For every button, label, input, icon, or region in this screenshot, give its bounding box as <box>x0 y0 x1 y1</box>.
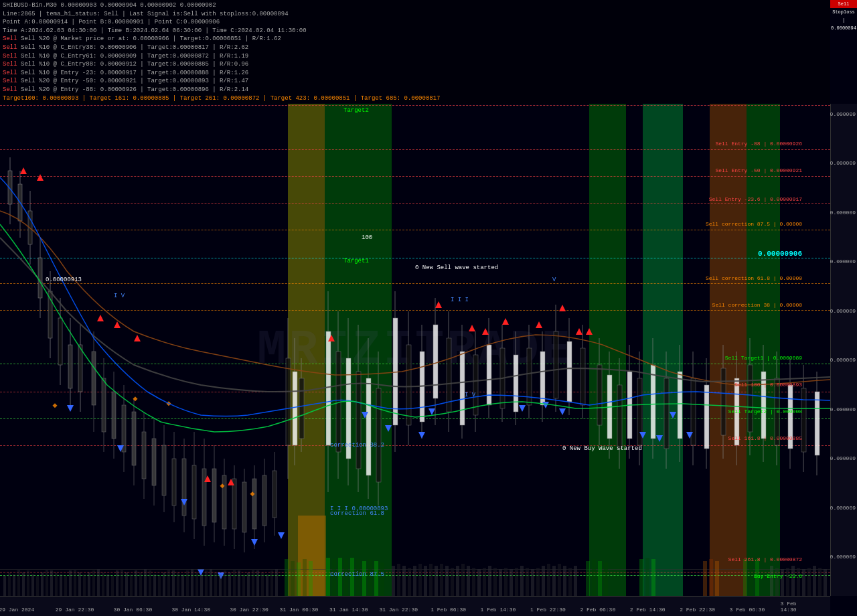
header-line-11: Sell Sell %20 @ Entry -88: 0.00000926 | … <box>3 86 828 94</box>
header-line-9: Sell Sell %10 @ Entry -23: 0.00000917 | … <box>3 69 828 78</box>
time-label-0: 29 Jan 2024 <box>0 607 34 613</box>
sell-entry-50-label: Sell Entry -50 | 0.00000921 <box>715 167 802 173</box>
sell-target2-label: Sell Target2 | 0.000008 <box>728 408 802 414</box>
new-sell-wave-label: 0 New Sell wave started <box>415 264 498 271</box>
time-label-14: 3 Feb 06:30 <box>730 607 765 613</box>
price-00000: 0.000009 <box>830 110 856 117</box>
sell-stoploss-bar: Sell Stoploss | 0.0000094 <box>830 0 857 8</box>
header-line-3: Point A:0.00000914 | Point B:0.00000901 … <box>3 18 828 27</box>
sell-correction-61-label: Sell correction 61.8 | 0.00000 <box>706 275 802 281</box>
price-axis: 0.000009 0.000009 0.000009 0.000009 0.00… <box>830 104 857 596</box>
wave-iii-right-label: I I I <box>451 297 469 303</box>
header-line-5: Sell Sell %20 @ Market price or at: 0.00… <box>3 35 828 44</box>
time-label-4: 30 Jan 22:30 <box>230 607 268 613</box>
header-line-1: SHIBUSD-Bin.M30 0.00000903 0.00000904 0.… <box>3 1 828 10</box>
new-buy-wave-right-label: 0 New Buy Wave started <box>562 445 642 452</box>
info-bar: SHIBUSD-Bin.M30 0.00000903 0.00000904 0.… <box>0 0 830 104</box>
time-label-6: 31 Jan 14:30 <box>329 607 368 613</box>
chart-area: MRIZITRADE <box>0 104 830 596</box>
price-axis-1: 0.000009 <box>830 160 856 166</box>
current-price-label: 0.00000906 <box>758 250 802 258</box>
price-0913-label: 0.00000913 <box>46 277 82 283</box>
price-axis-2: 0.000009 <box>830 209 856 215</box>
sell-261-label: Sell 261.8 | 0.00000872 <box>728 556 802 562</box>
price-axis-9: 0.000009 <box>830 554 856 560</box>
header-line-12: Target100: 0.00000893 | Target 161: 0.00… <box>3 94 828 103</box>
sell-161-label: Sell 161.8 | 0.00000885 <box>728 435 802 441</box>
time-label-5: 31 Jan 06:30 <box>280 607 319 613</box>
sell-target1-label: Sell Target1 | 0.0000089 <box>725 355 802 361</box>
wave-v-top-label: V <box>552 277 556 283</box>
price-axis-4: 0.000009 <box>830 307 856 313</box>
correction-382-label: correction 38.2 <box>330 442 384 449</box>
wave-iv-mid-label: I V <box>465 392 475 398</box>
price-axis-8: 0.000009 <box>830 504 856 510</box>
time-label-3: 30 Jan 14:30 <box>171 607 210 613</box>
sell-entry-23-label: Sell Entry -23.6 | 0.00000917 <box>709 196 802 202</box>
time-label-10: 1 Feb 22:30 <box>530 607 566 613</box>
header-line-4: Time A:2024.02.03 04:30:00 | Time B:2024… <box>3 27 828 35</box>
wave-iv-left-label: I V <box>114 293 125 299</box>
time-label-7: 31 Jan 22:30 <box>379 607 418 613</box>
time-label-1: 29 Jan 22:30 <box>56 607 94 613</box>
price-axis-7: 0.000009 <box>830 455 856 461</box>
time-label-11: 2 Feb 06:30 <box>580 607 615 613</box>
header-line-7: Sell Sell %10 @ C_Entry61: 0.00000909 | … <box>3 52 828 61</box>
time-label-2: 30 Jan 06:30 <box>114 607 153 613</box>
price-axis-3: 0.000009 <box>830 258 856 264</box>
header-line-2: Line:2865 | tema_h1_status: Sell | Last … <box>3 10 828 19</box>
header-line-10: Sell Sell %20 @ Entry -50: 0.00000921 | … <box>3 77 828 86</box>
time-label-13: 2 Feb 22:30 <box>680 607 715 613</box>
sell-entry-88-label: Sell Entry -88 | 0.00000926 <box>715 141 802 147</box>
price-axis-6: 0.000009 <box>830 406 856 412</box>
sell-correction-38-label: Sell correction 38 | 0.00000 <box>712 302 802 308</box>
correction-875-label: correction 87.5 <box>330 571 384 578</box>
sell-100-label: Sell 100 | 0.00000893 <box>734 382 802 388</box>
time-label-9: 1 Feb 14:30 <box>481 607 516 613</box>
buy-entry-label: Buy Entry -23.6 <box>754 573 802 579</box>
price-axis-5: 0.000009 <box>830 357 856 363</box>
time-label-8: 1 Feb 06:30 <box>431 607 466 613</box>
chart-container: SHIBUSD-Bin.M30 0.00000903 0.00000904 0.… <box>0 0 857 616</box>
header-line-6: Sell Sell %10 @ C_Entry38: 0.00000906 | … <box>3 44 828 52</box>
target1-label: Target1 <box>343 258 369 264</box>
time-label-15: 3 Feb 14:30 <box>781 601 814 613</box>
time-axis: 29 Jan 2024 29 Jan 22:30 30 Jan 06:30 30… <box>0 596 830 616</box>
target2-label: Target2 <box>343 107 369 114</box>
header-line-8: Sell Sell %10 @ C_Entry88: 0.00000912 | … <box>3 60 828 69</box>
price-893-label: I I I 0.00000893 <box>330 506 388 512</box>
sell-correction-87-label: Sell correction 87.5 | 0.00000 <box>706 221 802 227</box>
hundred-label: 100 <box>362 234 372 241</box>
time-label-12: 2 Feb 14:30 <box>630 607 666 613</box>
chart-svg <box>0 104 830 596</box>
